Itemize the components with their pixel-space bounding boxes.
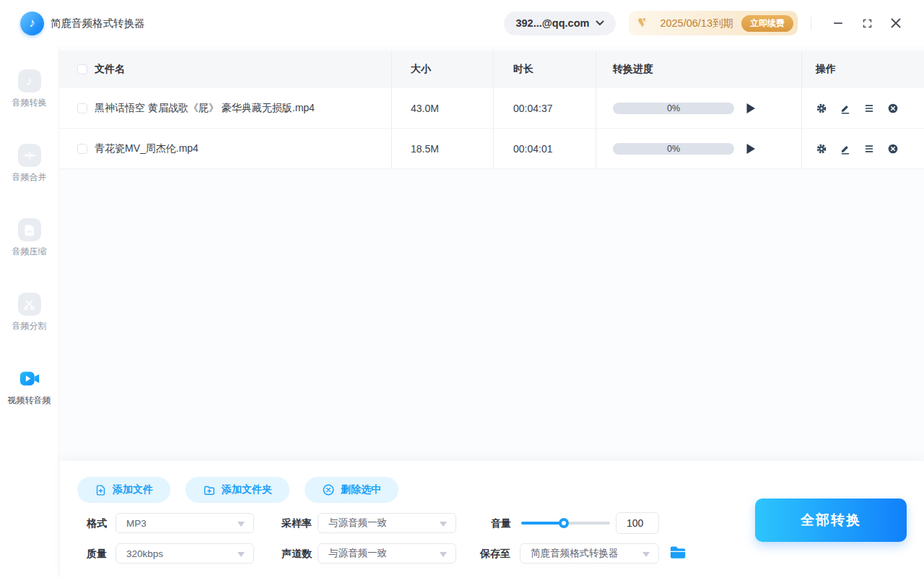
remove-button[interactable] (887, 143, 899, 155)
minimize-button[interactable] (827, 12, 849, 34)
volume-input[interactable] (616, 512, 659, 534)
app-brand: ♪ 简鹿音频格式转换器 (20, 12, 145, 35)
chevron-down-icon (440, 522, 447, 527)
sidebar-item-audio-merge[interactable]: 音频合并 (0, 144, 59, 184)
close-button[interactable] (885, 12, 907, 34)
details-button[interactable] (863, 143, 875, 155)
circle-x-icon (887, 143, 899, 155)
merge-arrows-icon (18, 144, 41, 167)
chevron-down-icon (596, 20, 604, 26)
vip-expiry-date: 2025/06/13到期 (660, 17, 733, 30)
play-icon (746, 103, 756, 114)
file-duration: 00:04:37 (493, 88, 596, 129)
folder-plus-icon (203, 484, 216, 496)
col-header-size: 大小 (391, 51, 493, 88)
folder-icon (669, 544, 687, 560)
convert-all-button[interactable]: 全部转换 (755, 499, 907, 542)
app-logo-icon: ♪ (20, 12, 44, 35)
file-plus-icon (95, 484, 107, 496)
sidebar-item-video-to-audio[interactable]: 视频转音频 (0, 367, 59, 407)
delete-selected-button[interactable]: 删除选中 (305, 477, 398, 503)
format-select[interactable]: MP3 (116, 513, 254, 533)
play-icon (746, 143, 756, 155)
quality-select[interactable]: 320kbps (116, 543, 254, 564)
vip-icon: ♥ V (637, 15, 653, 31)
file-size: 43.0M (391, 88, 493, 129)
sidebar-item-audio-compress[interactable]: 音频压缩 (0, 218, 59, 258)
table-row: 青花瓷MV_周杰伦.mp4 18.5M 00:04:01 0% (59, 129, 924, 169)
title-bar: ♪ 简鹿音频格式转换器 392...@qq.com ♥ V 2025/06/13… (0, 0, 924, 46)
maximize-button[interactable] (856, 12, 878, 34)
sidebar: ♪ 音频转换 音频合并 音频压缩 (0, 46, 59, 578)
save-to-label: 保存至 (480, 543, 510, 564)
music-note-icon: ♪ (18, 69, 41, 92)
file-list-area: 文件名 大小 时长 转换进度 操作 黑神话悟空 黄眉战歌《屁》 豪华典藏无损版.… (59, 46, 924, 461)
sample-rate-label: 采样率 (282, 513, 312, 533)
video-camera-icon (18, 367, 41, 390)
remove-button[interactable] (887, 103, 899, 114)
row-checkbox[interactable] (77, 103, 87, 113)
file-name: 青花瓷MV_周杰伦.mp4 (95, 142, 199, 155)
rename-button[interactable] (840, 103, 851, 114)
file-size: 18.5M (391, 129, 493, 169)
pencil-icon (840, 103, 851, 114)
table-row: 黑神话悟空 黄眉战歌《屁》 豪华典藏无损版.mp4 43.0M 00:04:37… (59, 88, 924, 129)
hamburger-menu-icon (863, 103, 875, 114)
file-name: 黑神话悟空 黄眉战歌《屁》 豪华典藏无损版.mp4 (95, 102, 315, 115)
scissors-icon (18, 293, 41, 316)
progress-bar: 0% (613, 103, 734, 114)
col-header-duration: 时长 (493, 51, 596, 88)
progress-label: 0% (613, 103, 734, 114)
format-label: 格式 (87, 513, 107, 533)
renew-button[interactable]: 立即续费 (741, 15, 793, 32)
play-button[interactable] (746, 103, 756, 114)
row-checkbox[interactable] (77, 144, 87, 154)
gear-icon (816, 103, 827, 114)
volume-label: 音量 (491, 513, 511, 533)
rename-button[interactable] (840, 143, 851, 155)
row-settings-button[interactable] (816, 143, 827, 155)
add-file-button[interactable]: 添加文件 (77, 477, 170, 503)
col-header-actions: 操作 (801, 51, 924, 88)
add-folder-button[interactable]: 添加文件夹 (186, 477, 289, 503)
open-folder-button[interactable] (668, 543, 687, 562)
sidebar-item-audio-convert[interactable]: ♪ 音频转换 (0, 69, 59, 109)
sidebar-item-audio-split[interactable]: 音频分割 (0, 293, 59, 332)
pencil-icon (840, 143, 851, 155)
compress-file-icon (18, 218, 41, 241)
channels-label: 声道数 (282, 543, 312, 564)
quality-label: 质量 (87, 543, 107, 564)
close-icon (891, 18, 901, 28)
chevron-down-icon (237, 522, 245, 527)
save-to-select[interactable]: 简鹿音频格式转换器 (520, 543, 659, 564)
maximize-icon (862, 18, 873, 29)
file-duration: 00:04:01 (493, 129, 596, 169)
settings-panel: 添加文件 添加文件夹 删除选中 格式 MP3 采样率 与源音频一致 音量 (59, 461, 924, 578)
toolbar: 添加文件 添加文件夹 删除选中 (77, 477, 398, 503)
col-header-filename: 文件名 (95, 63, 125, 76)
volume-slider[interactable] (521, 522, 610, 525)
details-button[interactable] (863, 103, 875, 114)
select-all-checkbox[interactable] (77, 64, 87, 74)
circle-x-icon (887, 103, 899, 114)
minimize-icon (833, 18, 843, 28)
chevron-down-icon (642, 552, 650, 557)
col-header-progress: 转换进度 (596, 51, 801, 88)
chevron-down-icon (237, 552, 245, 557)
account-menu[interactable]: 392...@qq.com (504, 12, 616, 35)
table-header: 文件名 大小 时长 转换进度 操作 (59, 51, 924, 88)
hamburger-menu-icon (863, 143, 875, 155)
app-title: 简鹿音频格式转换器 (51, 17, 145, 30)
row-settings-button[interactable] (816, 103, 827, 114)
progress-bar: 0% (613, 143, 734, 155)
divider (811, 16, 811, 30)
account-email: 392...@qq.com (515, 17, 589, 29)
play-button[interactable] (746, 143, 756, 155)
slider-knob[interactable] (559, 518, 569, 528)
channels-select[interactable]: 与源音频一致 (318, 543, 456, 564)
vip-status: ♥ V 2025/06/13到期 立即续费 (629, 11, 798, 35)
circle-x-outline-icon (322, 483, 335, 496)
sample-rate-select[interactable]: 与源音频一致 (318, 513, 456, 533)
chevron-down-icon (440, 552, 447, 557)
progress-label: 0% (613, 143, 734, 155)
